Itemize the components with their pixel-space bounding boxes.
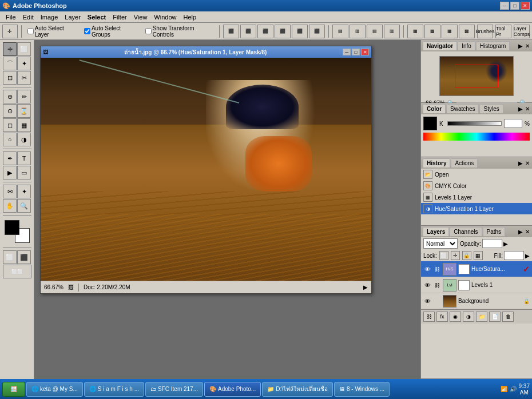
align-middle-btn[interactable]: ⬛ bbox=[292, 25, 308, 38]
taskbar-item-windows[interactable]: 🖥 8 - Windows ... bbox=[334, 382, 390, 397]
lock-pixels-btn[interactable]: ⬜ bbox=[439, 251, 448, 260]
color-k-slider[interactable] bbox=[447, 121, 502, 126]
tab-channels[interactable]: Channels bbox=[450, 227, 482, 236]
layer-bg-visibility[interactable]: 👁 bbox=[423, 297, 431, 305]
new-layer-btn[interactable]: 📄 bbox=[489, 312, 501, 322]
extra-btn1[interactable]: ▦ bbox=[407, 25, 423, 38]
new-group-btn[interactable]: 📁 bbox=[476, 312, 487, 322]
doc-status-arrow[interactable]: ▶ bbox=[363, 284, 368, 290]
gradient-tool[interactable]: ▦ bbox=[17, 118, 31, 132]
show-transform-controls-checkbox[interactable] bbox=[145, 28, 152, 34]
menu-window[interactable]: Window bbox=[150, 13, 180, 22]
layer-row-background[interactable]: 👁 Background 🔒 bbox=[421, 293, 532, 309]
color-panel-arrow[interactable]: ▶ bbox=[518, 106, 523, 112]
tab-actions[interactable]: Actions bbox=[451, 158, 478, 167]
foreground-color[interactable] bbox=[5, 220, 19, 235]
distrib-h2-btn[interactable]: ▤ bbox=[367, 25, 383, 38]
auto-select-layer-label[interactable]: Auto Select Layer bbox=[25, 24, 80, 39]
menu-layer[interactable]: Layer bbox=[61, 13, 84, 22]
menu-help[interactable]: Help bbox=[180, 13, 200, 22]
pen-tool[interactable]: ✒ bbox=[3, 151, 17, 165]
color-spectrum[interactable] bbox=[423, 133, 530, 141]
color-panel-close[interactable]: ✕ bbox=[525, 106, 530, 112]
opacity-arrow[interactable]: ▶ bbox=[503, 241, 508, 247]
zoom-tool[interactable]: 🔍 bbox=[17, 199, 31, 213]
tab-layers[interactable]: Layers bbox=[423, 227, 449, 236]
history-item-cmyk[interactable]: 🎨 CMYK Color bbox=[421, 180, 532, 191]
history-item-levels[interactable]: ▦ Levels 1 Layer bbox=[421, 191, 532, 203]
layer-mask-btn[interactable]: ◉ bbox=[450, 312, 461, 322]
align-top-btn[interactable]: ⬛ bbox=[275, 25, 291, 38]
tab-history[interactable]: History bbox=[423, 158, 450, 167]
auto-select-groups-label[interactable]: Auto Select Groups bbox=[82, 24, 141, 39]
slice-tool[interactable]: ✂ bbox=[17, 71, 31, 85]
hand-tool[interactable]: ✋ bbox=[3, 199, 17, 213]
history-item-hue[interactable]: ◑ Hue/Saturation 1 Layer bbox=[421, 203, 532, 214]
dodge-tool[interactable]: ◑ bbox=[17, 133, 31, 146]
history-item-open[interactable]: 📂 Open bbox=[421, 169, 532, 180]
layer-styles-btn[interactable]: fx bbox=[436, 312, 448, 322]
layer-levels-visibility[interactable]: 👁 bbox=[423, 281, 431, 289]
lasso-tool[interactable]: ⌒ bbox=[3, 57, 17, 70]
lock-move-btn[interactable]: ▦ bbox=[474, 251, 483, 260]
auto-select-layer-checkbox[interactable] bbox=[27, 28, 34, 34]
extra-btn3[interactable]: ▦ bbox=[442, 25, 458, 38]
fill-input[interactable]: 100% bbox=[504, 251, 524, 260]
clone-stamp-tool[interactable]: ⊙ bbox=[3, 104, 17, 118]
path-selection-tool[interactable]: ▶ bbox=[3, 166, 17, 179]
doc-close-btn[interactable]: ✕ bbox=[361, 49, 369, 55]
tab-info[interactable]: Info bbox=[458, 41, 475, 50]
fill-arrow[interactable]: ▶ bbox=[525, 253, 530, 259]
navigator-panel-arrow[interactable]: ▶ bbox=[518, 43, 523, 49]
layer-comps-btn[interactable]: Layer Comps bbox=[514, 25, 530, 38]
align-bottom-btn[interactable]: ⬛ bbox=[309, 25, 325, 38]
adjustment-layer-btn[interactable]: ◑ bbox=[463, 312, 474, 322]
standard-mode[interactable]: ⬜ bbox=[3, 250, 17, 264]
layer-row-hue[interactable]: 👁 ⛓ H/S Hue/Satura... ✓ bbox=[421, 261, 532, 277]
taskbar-item-sfc[interactable]: 🗂 SFC Item 217... bbox=[145, 382, 203, 397]
history-brush-tool[interactable]: ⌛ bbox=[17, 104, 31, 118]
menu-edit[interactable]: Edit bbox=[19, 13, 37, 22]
navigator-panel-close[interactable]: ✕ bbox=[525, 43, 530, 49]
history-panel-arrow[interactable]: ▶ bbox=[518, 160, 523, 166]
distrib-v-btn[interactable]: ▥ bbox=[350, 25, 366, 38]
magic-wand-tool[interactable]: ✦ bbox=[17, 57, 31, 70]
minimize-button[interactable]: ─ bbox=[500, 2, 509, 10]
opacity-input[interactable]: 100% bbox=[482, 239, 502, 248]
taskbar-item-siam[interactable]: 🌐 S i a m F i s h ... bbox=[84, 382, 144, 397]
show-transform-controls-label[interactable]: Show Transform Controls bbox=[143, 24, 216, 39]
auto-select-groups-checkbox[interactable] bbox=[84, 28, 90, 34]
layer-row-levels[interactable]: 👁 ⛓ Lvl Levels 1 bbox=[421, 277, 532, 293]
quickmask-mode[interactable]: ⬛ bbox=[17, 250, 31, 264]
taskbar-item-keta[interactable]: 🌐 keta @ My S... bbox=[26, 382, 83, 397]
start-button[interactable]: 🪟 bbox=[2, 382, 25, 397]
shape-tool[interactable]: ▭ bbox=[17, 166, 31, 179]
taskbar-item-photoshop[interactable]: 🎨 Adobe Photo... bbox=[204, 382, 261, 397]
align-left-btn[interactable]: ⬛ bbox=[223, 25, 239, 38]
menu-image[interactable]: Image bbox=[37, 13, 62, 22]
brushes-btn[interactable]: Brushes bbox=[477, 25, 493, 38]
delete-layer-btn[interactable]: 🗑 bbox=[502, 312, 514, 322]
move-tool-btn[interactable]: ✛ bbox=[2, 25, 18, 38]
blur-tool[interactable]: ○ bbox=[3, 133, 17, 146]
extra-btn2[interactable]: ▩ bbox=[424, 25, 440, 38]
layers-panel-arrow[interactable]: ▶ bbox=[518, 229, 523, 235]
layer-hue-visibility[interactable]: 👁 bbox=[423, 265, 431, 273]
doc-maximize-btn[interactable]: □ bbox=[352, 49, 360, 55]
blend-mode-dropdown[interactable]: Normal Dissolve Multiply Screen Overlay bbox=[423, 238, 458, 249]
type-tool[interactable]: T bbox=[17, 151, 31, 165]
crop-tool[interactable]: ⊡ bbox=[3, 71, 17, 85]
color-value-input[interactable]: 0 bbox=[504, 119, 522, 128]
menu-view[interactable]: View bbox=[130, 13, 151, 22]
lock-all-btn[interactable]: 🔒 bbox=[462, 251, 471, 260]
tab-paths[interactable]: Paths bbox=[483, 227, 506, 236]
tab-swatches[interactable]: Swatches bbox=[447, 104, 479, 113]
color-selector[interactable] bbox=[5, 220, 30, 243]
eraser-tool[interactable]: ◻ bbox=[3, 118, 17, 132]
notes-tool[interactable]: ✉ bbox=[3, 185, 17, 198]
tab-color[interactable]: Color bbox=[423, 104, 446, 113]
brush-tool[interactable]: ✏ bbox=[17, 90, 31, 103]
menu-select[interactable]: Select bbox=[84, 13, 109, 22]
link-layers-btn[interactable]: ⛓ bbox=[423, 312, 435, 322]
align-center-btn[interactable]: ⬛ bbox=[240, 25, 256, 38]
